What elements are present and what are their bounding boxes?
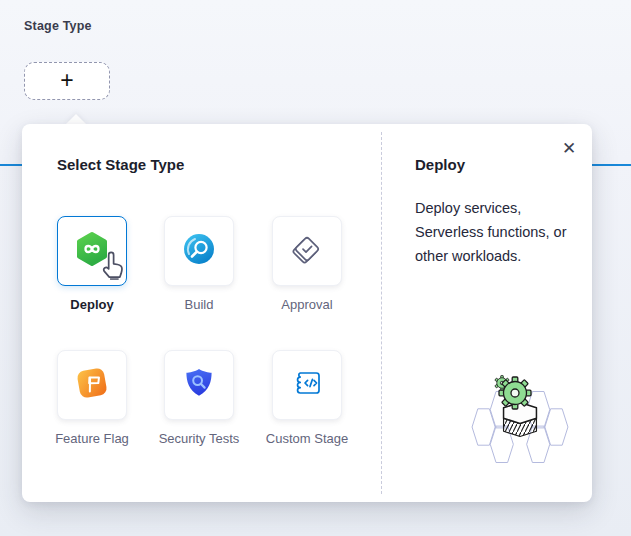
close-icon[interactable]: ✕ — [556, 135, 582, 161]
popover-title: Select Stage Type — [57, 156, 184, 173]
detail-description: Deploy services, Serverless functions, o… — [415, 196, 583, 268]
tile-deploy[interactable] — [57, 216, 127, 286]
security-tests-icon — [181, 365, 217, 405]
tile-feature-flag[interactable] — [57, 350, 127, 420]
tile-label-security-tests: Security Tests — [147, 430, 251, 447]
feature-flag-icon — [72, 363, 112, 407]
panel-separator — [381, 132, 382, 494]
stage-type-label: Stage Type — [24, 19, 92, 33]
custom-stage-icon — [288, 364, 326, 406]
select-stage-type-popover: Select Stage Type — [22, 124, 592, 502]
detail-title: Deploy — [415, 156, 465, 173]
tile-security-tests[interactable] — [164, 350, 234, 420]
tile-label-feature-flag: Feature Flag — [40, 430, 144, 447]
deploy-illustration — [425, 360, 595, 476]
tile-label-build: Build — [147, 296, 251, 313]
tile-label-approval: Approval — [255, 296, 359, 313]
tile-build[interactable] — [164, 216, 234, 286]
pipeline-connector-line-left — [0, 164, 22, 166]
tile-label-custom-stage: Custom Stage — [255, 430, 359, 447]
build-icon — [181, 231, 217, 271]
approval-icon — [288, 230, 326, 272]
plus-icon: + — [60, 69, 73, 92]
add-stage-button[interactable]: + — [24, 62, 110, 100]
tile-approval[interactable] — [272, 216, 342, 286]
pipeline-connector-line-right — [592, 164, 631, 166]
tile-label-deploy: Deploy — [40, 296, 144, 313]
tile-custom-stage[interactable] — [272, 350, 342, 420]
deploy-icon — [73, 230, 111, 272]
